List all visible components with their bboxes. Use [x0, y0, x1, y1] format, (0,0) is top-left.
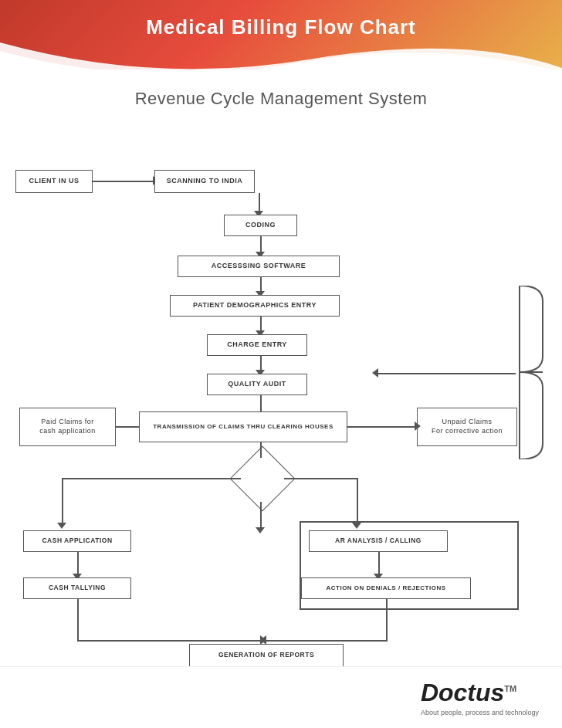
subtitle: Revenue Cycle Management System: [0, 89, 562, 109]
arrow-access-demo: [260, 277, 262, 293]
generation-reports-box: GENERATION OF REPORTS: [189, 644, 344, 667]
scanning-box: SCANNING TO INDIA: [154, 170, 255, 193]
right-border-line: [517, 521, 519, 610]
demographics-box: PATIENT DEMOGRAPHICS ENTRY: [170, 295, 340, 317]
page-title: Medical Billing Flow Chart: [0, 15, 562, 39]
arrow-diamond-left: [62, 478, 241, 479]
unpaid-claims-box: Unpaid Claims For corrective action: [417, 408, 517, 446]
logo-text: DoctusTM: [421, 679, 539, 707]
arrow-left-down: [62, 478, 63, 524]
quality-audit-box: QUALITY AUDIT: [207, 374, 307, 395]
arrow-trans-diamond: [260, 442, 262, 458]
arrow-cash-app-tally: [77, 552, 79, 575]
logo-area: DoctusTM About people, process and techn…: [421, 679, 539, 716]
cash-application-box: CASH APPLICATION: [23, 530, 131, 552]
footer: DoctusTM About people, process and techn…: [0, 666, 562, 728]
arrowhead-diamond-cash: [256, 527, 265, 533]
arrow-denials-left: [266, 640, 388, 642]
arrow-paid-trans: [116, 426, 139, 428]
arrow-code-access: [260, 236, 262, 253]
transmission-box: TRANSMISSION OF CLAIMS THRU CLEARING HOU…: [139, 411, 347, 442]
logo-tm: TM: [504, 684, 516, 693]
ar-analysis-box: AR ANALYSIS / CALLING: [309, 530, 448, 552]
arrow-ar-denials: [378, 552, 380, 575]
left-border-line2: [300, 521, 301, 610]
right-bracket: [516, 286, 547, 459]
cash-tallying-box: CASH TALLYING: [23, 577, 131, 599]
client-us-box: CLIENT IN US: [15, 170, 93, 193]
arrowhead-trans-unpaid: [415, 422, 421, 431]
arrow-demo-charge: [260, 317, 262, 332]
bottom-border-line: [301, 608, 519, 610]
flowchart-area: CLIENT IN US SCANNING TO INDIA CODING AC…: [0, 131, 562, 666]
arrow-trans-unpaid: [347, 426, 417, 428]
header: Medical Billing Flow Chart Revenue Cycle…: [0, 0, 562, 124]
arrow-bracket-demo: [378, 373, 516, 374]
arrowhead-bracket-demo: [372, 368, 378, 378]
arrow-denials-down: [386, 599, 388, 642]
arrow-scan-code: [259, 193, 260, 212]
arrow-client-scan: [93, 181, 154, 182]
action-denials-box: ACTION ON DENIALS / REJECTIONS: [301, 577, 471, 599]
arrow-diamond-right: [284, 478, 357, 479]
arrow-tally-down: [77, 599, 79, 642]
top-border-line: [301, 521, 519, 523]
arrow-right-down-ar: [357, 478, 358, 524]
charge-entry-box: CHARGE ENTRY: [207, 334, 307, 356]
coding-box: CODING: [224, 215, 297, 236]
arrow-tally-right: [77, 640, 262, 642]
accessing-box: ACCESSSING SOFTWARE: [178, 256, 340, 277]
logo-tagline: About people, process and technology: [421, 709, 539, 716]
arrowhead-left-down: [57, 523, 66, 529]
arrow-diamond-cash: [260, 502, 262, 529]
arrow-charge-quality: [260, 356, 262, 371]
arrowhead-right-ar: [352, 523, 361, 529]
paid-claims-box: Paid Claims for cash application: [19, 408, 116, 446]
